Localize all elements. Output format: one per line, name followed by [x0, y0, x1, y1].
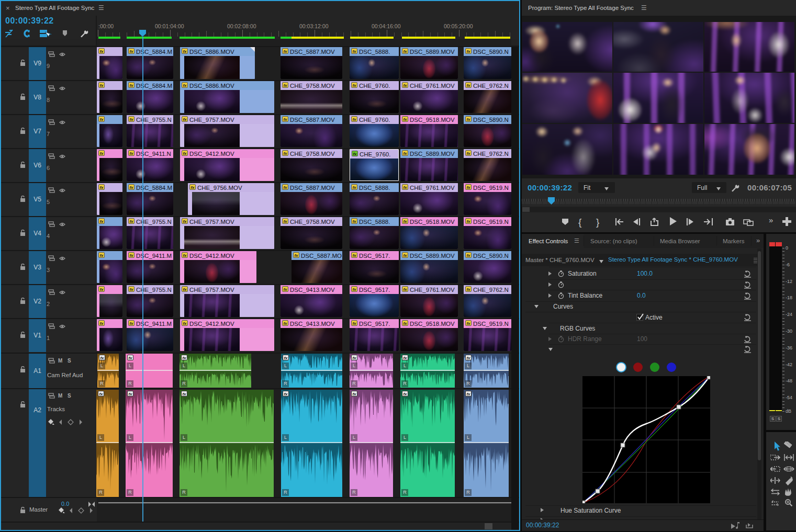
svg-text:}: } [596, 217, 599, 228]
svg-text:{: { [578, 217, 582, 228]
svg-text:»: » [769, 216, 773, 224]
